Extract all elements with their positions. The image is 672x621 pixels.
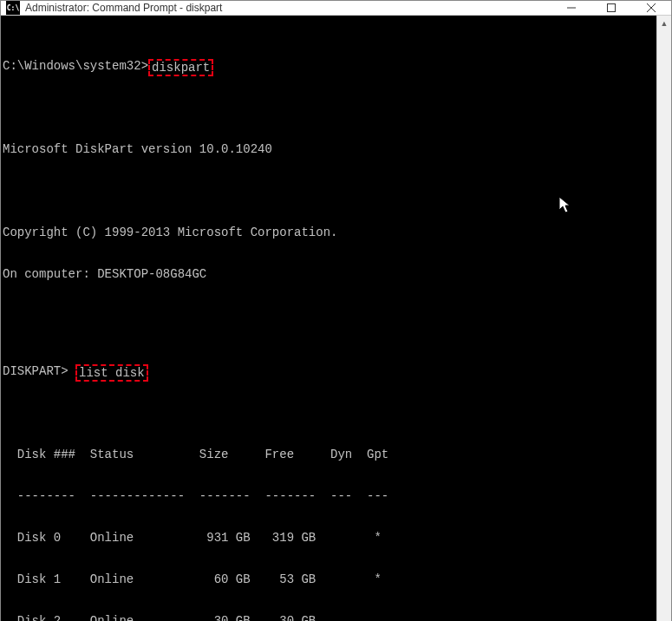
window-title: Administrator: Command Prompt - diskpart [25, 2, 551, 14]
titlebar[interactable]: C:\ Administrator: Command Prompt - disk… [1, 1, 671, 16]
computer-line: On computer: DESKTOP-08G84GC [3, 267, 656, 281]
console-output[interactable]: C:\Windows\system32>diskpart Microsoft D… [1, 16, 656, 621]
disk-row-0: Disk 0 Online 931 GB 319 GB * [3, 531, 656, 545]
disk-row-1: Disk 1 Online 60 GB 53 GB * [3, 572, 656, 586]
version-line: Microsoft DiskPart version 10.0.10240 [3, 142, 656, 156]
maximize-button[interactable] [591, 1, 631, 15]
prompt-system32: C:\Windows\system32> [3, 59, 148, 73]
scroll-up-icon[interactable]: ▲ [657, 16, 671, 30]
cmd-diskpart: diskpart [148, 59, 213, 76]
maximize-icon [607, 3, 616, 12]
disk-row-2: Disk 2 Online 30 GB 30 GB [3, 614, 656, 621]
window-controls [551, 1, 671, 15]
app-window: C:\ Administrator: Command Prompt - disk… [0, 0, 672, 621]
client-area: C:\Windows\system32>diskpart Microsoft D… [1, 16, 671, 621]
cmd-list-disk: list disk [75, 364, 148, 382]
minimize-icon [567, 3, 576, 12]
app-icon: C:\ [6, 1, 20, 15]
vertical-scrollbar[interactable]: ▲ [656, 16, 671, 621]
close-button[interactable] [631, 1, 671, 15]
copyright-line: Copyright (C) 1999-2013 Microsoft Corpor… [3, 226, 656, 239]
close-icon [647, 3, 656, 12]
disk-table-header: Disk ### Status Size Free Dyn Gpt [3, 448, 656, 461]
svg-rect-0 [608, 4, 616, 12]
disk-table-divider: -------- ------------- ------- ------- -… [3, 489, 656, 503]
prompt-diskpart: DISKPART> [3, 364, 75, 378]
minimize-button[interactable] [551, 1, 591, 15]
